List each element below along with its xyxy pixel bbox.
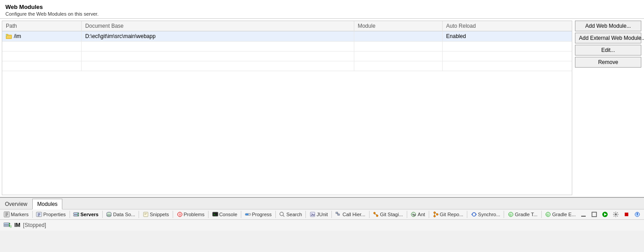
run-icon <box>602 211 608 218</box>
server-status-icon <box>4 222 12 229</box>
svg-rect-27 <box>245 214 248 215</box>
svg-text:!: ! <box>179 213 181 217</box>
maximize-icon <box>591 211 597 218</box>
toolbar-sep-10 <box>331 211 332 218</box>
cell-path <box>2 51 82 61</box>
stop-server-button[interactable] <box>622 210 631 218</box>
cell-module <box>354 42 442 51</box>
progress-icon <box>245 211 251 218</box>
toolbar-servers[interactable]: Servers <box>71 210 100 218</box>
toolbar-snippets[interactable]: Snippets <box>141 210 171 218</box>
maximize-view-button[interactable] <box>589 210 599 218</box>
minimize-view-button[interactable] <box>579 210 588 218</box>
table-wrapper[interactable]: Path Document Base Module Auto Reload <box>2 21 572 195</box>
panel-description: Configure the Web Modules on this server… <box>5 11 639 17</box>
bottom-tabs-row: Overview Modules <box>0 198 644 209</box>
publish-button[interactable] <box>632 210 642 218</box>
cell-auto-reload <box>442 51 572 61</box>
stop-icon <box>623 211 630 218</box>
remove-button[interactable]: Remove <box>575 57 641 68</box>
toolbar-progress[interactable]: Progress <box>243 210 274 218</box>
console-icon: >_ <box>212 211 218 218</box>
cell-doc-base <box>82 61 354 71</box>
toolbar-sep-11 <box>369 211 370 218</box>
toolbar-sep-13 <box>429 211 429 218</box>
toolbar-git-staging[interactable]: Git Stagi... <box>371 210 405 218</box>
cell-path <box>2 61 82 71</box>
svg-point-15 <box>78 215 78 216</box>
toolbar-gradle-tasks[interactable]: G Gradle T... <box>506 210 540 218</box>
toolbar-sep-1 <box>32 211 33 218</box>
action-buttons-panel: Add Web Module... Add External Web Modul… <box>572 19 644 197</box>
svg-rect-59 <box>637 214 638 215</box>
toolbar-search[interactable]: Search <box>277 210 304 218</box>
callhier-icon <box>335 211 342 218</box>
data-icon <box>106 211 112 218</box>
toolbar-call-hier[interactable]: Call Hier... <box>334 210 367 218</box>
folder-icon <box>6 34 12 39</box>
svg-text:🐜: 🐜 <box>412 213 416 217</box>
toolbar-synchro[interactable]: Synchro... <box>469 210 502 218</box>
toolbar-git-repo[interactable]: Git Repo... <box>431 210 466 218</box>
synchro-icon <box>471 211 477 218</box>
svg-point-40 <box>434 212 435 214</box>
table-row[interactable]: /im D:\ecl\git\im\src\main\webapp Enable… <box>2 31 572 42</box>
svg-line-37 <box>374 214 377 215</box>
toolbar-console[interactable]: >_ Console <box>210 210 239 218</box>
toolbar-sep-6 <box>208 211 209 218</box>
cell-doc-base: D:\ecl\git\im\src\main\webapp <box>82 31 354 42</box>
toolbar-junit[interactable]: Ju JUnit <box>308 210 330 218</box>
toolbar-markers[interactable]: Markers <box>2 210 30 218</box>
toolbar-sep-4 <box>139 211 139 218</box>
svg-rect-51 <box>581 216 586 217</box>
toolbar-datasource[interactable]: Data So... <box>104 210 137 218</box>
gradle-icon: G <box>508 211 514 218</box>
tab-overview[interactable]: Overview <box>0 199 32 209</box>
svg-marker-46 <box>471 214 472 215</box>
gitrepo-icon <box>433 211 439 218</box>
toolbar-sep-2 <box>70 211 70 218</box>
cell-doc-base <box>82 51 354 61</box>
server-name: IM <box>14 222 20 228</box>
cell-module <box>354 31 442 42</box>
problems-icon: ! <box>177 211 183 218</box>
panel-title: Web Modules <box>5 4 639 10</box>
col-path: Path <box>2 21 82 31</box>
edit-button[interactable]: Edit... <box>575 45 641 56</box>
table-row[interactable] <box>2 61 572 71</box>
svg-text:>_: >_ <box>213 213 217 216</box>
toolbar-problems[interactable]: ! Problems <box>175 210 206 218</box>
toolbar-properties[interactable]: Properties <box>34 210 67 218</box>
toolbar-gradle-exec[interactable]: G Gradle E... <box>543 210 578 218</box>
tab-modules[interactable]: Modules <box>32 199 62 209</box>
server-status-row: IM [Stopped] <box>0 220 644 231</box>
servers-icon <box>73 211 79 218</box>
settings-button[interactable] <box>611 210 621 218</box>
svg-text:G: G <box>509 214 512 216</box>
add-external-web-module-button[interactable]: Add External Web Module... <box>575 33 641 43</box>
svg-line-44 <box>435 213 436 214</box>
modules-table: Path Document Base Module Auto Reload <box>2 21 572 71</box>
toolbar-sep-14 <box>467 211 467 218</box>
server-status-label: [Stopped] <box>23 222 46 228</box>
snippets-icon <box>143 211 149 218</box>
cell-module <box>354 51 442 61</box>
search-tool-icon <box>279 211 285 218</box>
svg-text:G: G <box>547 214 549 216</box>
svg-point-62 <box>9 223 10 224</box>
toolbar-ant[interactable]: 🐜 Ant <box>409 210 427 218</box>
table-row[interactable] <box>2 51 572 61</box>
svg-line-29 <box>283 215 284 217</box>
add-web-module-button[interactable]: Add Web Module... <box>575 21 641 31</box>
svg-line-34 <box>337 214 339 214</box>
minimize-icon <box>580 211 587 218</box>
ant-icon: 🐜 <box>410 211 417 218</box>
svg-point-41 <box>434 215 435 217</box>
publish-icon <box>634 211 640 218</box>
modules-table-container: Path Document Base Module Auto Reload <box>2 21 572 195</box>
cell-auto-reload: Enabled <box>442 31 572 42</box>
run-server-button[interactable] <box>600 210 610 218</box>
table-row[interactable] <box>2 42 572 51</box>
svg-point-42 <box>436 214 438 215</box>
gear-icon <box>613 211 619 218</box>
